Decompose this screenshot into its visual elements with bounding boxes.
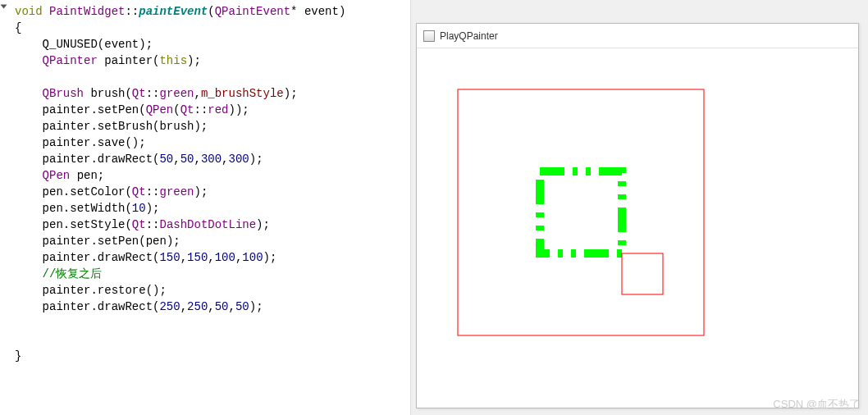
app-icon <box>423 30 435 42</box>
fold-triangle-icon[interactable] <box>1 5 7 9</box>
root: void PaintWidget::paintEvent(QPaintEvent… <box>0 0 868 415</box>
mid-rect <box>540 171 622 253</box>
paint-canvas <box>417 48 858 408</box>
painted-svg <box>417 48 860 409</box>
code-editor-pane[interactable]: void PaintWidget::paintEvent(QPaintEvent… <box>0 0 410 415</box>
window-title: PlayQPainter <box>440 30 498 42</box>
small-rect <box>622 253 663 294</box>
app-preview-pane: PlayQPainter CSDN @血不热了 <box>410 0 868 415</box>
outer-rect <box>458 89 704 335</box>
watermark: CSDN @血不热了 <box>773 397 860 412</box>
comment: //恢复之后 <box>43 267 103 280</box>
class-name: PaintWidget <box>49 5 125 18</box>
code-block: void PaintWidget::paintEvent(QPaintEvent… <box>0 3 410 364</box>
keyword-void: void <box>15 5 43 18</box>
method-name: paintEvent <box>139 5 208 18</box>
window-titlebar[interactable]: PlayQPainter <box>417 24 858 48</box>
app-window[interactable]: PlayQPainter <box>416 23 859 408</box>
